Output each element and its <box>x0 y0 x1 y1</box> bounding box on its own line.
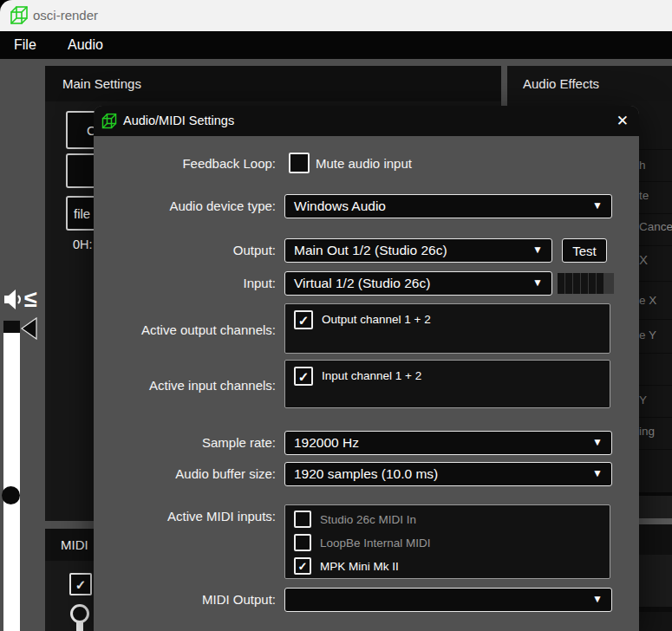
app-logo-cube-icon <box>9 4 29 30</box>
input-level-meter <box>558 273 614 294</box>
sample-rate-label: Sample rate: <box>94 433 276 452</box>
check-icon: ✓ <box>298 561 308 572</box>
midi-panel-title: MIDI <box>61 529 88 561</box>
audio-buffer-size-dropdown[interactable]: 1920 samples (10.0 ms) ▼ <box>284 462 612 486</box>
dialog-title: Audio/MIDI Settings <box>123 106 234 136</box>
active-midi-inputs-label: Active MIDI inputs: <box>94 507 276 526</box>
check-icon: ✓ <box>75 578 87 591</box>
audio-effects-title: Audio Effects <box>523 66 599 101</box>
volume-threshold-arrow-icon[interactable] <box>21 317 37 343</box>
main-settings-header: Main Settings <box>45 66 501 101</box>
output-device-dropdown[interactable]: Main Out 1/2 (Studio 26c) ▼ <box>284 238 552 263</box>
fx-clipped-label: Cancel <box>639 220 672 233</box>
volume-slider-cap <box>3 321 20 333</box>
dialog-cube-icon <box>101 112 118 134</box>
input-device-dropdown[interactable]: Virtual 1/2 (Studio 26c) ▼ <box>284 271 552 296</box>
midi-input-checkbox-studio26c[interactable] <box>294 511 311 528</box>
main-settings-title: Main Settings <box>62 66 141 101</box>
output-channel-checkbox[interactable]: ✓ <box>294 310 313 329</box>
active-output-channels-label: Active output channels: <box>94 321 276 340</box>
check-icon: ✓ <box>298 314 310 327</box>
dropdown-arrow-icon: ▼ <box>592 467 603 479</box>
close-icon[interactable]: ✕ <box>617 106 629 136</box>
workspace: Main Settings Cl file 0H: MIDI ✓ Audio E… <box>0 59 672 631</box>
window-titlebar: osci-render <box>0 0 672 31</box>
dropdown-arrow-icon: ▼ <box>592 436 603 448</box>
dialog-titlebar[interactable]: Audio/MIDI Settings ✕ <box>94 106 639 136</box>
output-label: Output: <box>94 241 276 260</box>
check-icon: ✓ <box>298 370 310 383</box>
test-button[interactable]: Test <box>562 238 607 263</box>
active-midi-inputs-list: Studio 26c MIDI In LoopBe Internal MIDI … <box>284 504 610 579</box>
midi-input-checkbox-mpk[interactable]: ✓ <box>294 557 311 575</box>
volume-speaker-icon <box>3 288 25 316</box>
audio-device-type-dropdown[interactable]: Windows Audio ▼ <box>284 194 612 218</box>
dropdown-arrow-icon: ▼ <box>592 593 603 605</box>
audio-effects-header: Audio Effects <box>507 66 672 101</box>
midi-panel-checkbox[interactable]: ✓ <box>69 573 92 595</box>
sample-rate-dropdown[interactable]: 192000 Hz ▼ <box>284 431 612 455</box>
feedback-loop-label: Feedback Loop: <box>94 154 276 173</box>
audio-midi-settings-dialog: Audio/MIDI Settings ✕ Feedback Loop: Mut… <box>94 106 639 631</box>
midi-input-checkbox-loopbe[interactable] <box>294 534 311 551</box>
midi-output-label: MIDI Output: <box>94 590 276 609</box>
clipped-timer-text: 0H: <box>73 237 93 251</box>
fx-clipped-label: X <box>639 252 648 267</box>
fx-clipped-label: e X <box>639 294 656 307</box>
midi-slider-knob[interactable] <box>70 604 89 623</box>
menubar: File Audio <box>0 31 672 59</box>
menu-file[interactable]: File <box>14 31 36 59</box>
volume-slider-track[interactable] <box>3 321 20 631</box>
menu-audio[interactable]: Audio <box>68 31 103 59</box>
active-input-channels-list: ✓ Input channel 1 + 2 <box>284 360 610 408</box>
mute-audio-input-checkbox[interactable] <box>289 153 310 173</box>
dropdown-arrow-icon: ▼ <box>532 244 543 256</box>
mute-audio-input-label: Mute audio input <box>316 154 412 173</box>
fx-clipped-label: h <box>639 159 646 172</box>
audio-buffer-size-label: Audio buffer size: <box>94 465 276 484</box>
window-title: osci-render <box>33 0 98 31</box>
fx-clipped-label: Y <box>639 394 647 407</box>
midi-slider-stem <box>76 622 83 631</box>
input-label: Input: <box>94 274 276 293</box>
active-output-channels-list: ✓ Output channel 1 + 2 <box>284 303 610 354</box>
fx-clipped-label: e Y <box>639 329 656 342</box>
fx-clipped-label: ing <box>639 425 655 438</box>
input-channel-checkbox[interactable]: ✓ <box>294 367 313 386</box>
audio-device-type-label: Audio device type: <box>94 197 276 216</box>
dropdown-arrow-icon: ▼ <box>592 199 603 211</box>
volume-threshold-icon: ≤ <box>24 286 37 313</box>
fx-clipped-label: te <box>639 189 649 202</box>
midi-output-dropdown[interactable]: ▼ <box>284 588 612 612</box>
dropdown-arrow-icon: ▼ <box>532 276 543 289</box>
volume-slider-thumb[interactable] <box>2 486 20 504</box>
active-input-channels-label: Active input channels: <box>94 376 276 395</box>
